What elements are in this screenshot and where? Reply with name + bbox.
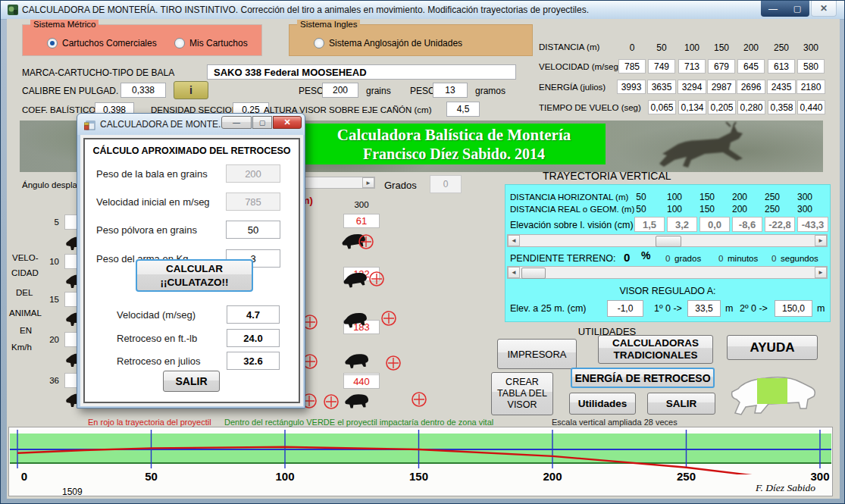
elevation-value: 0,0 [699, 217, 730, 232]
horizontal-distance-label: DISTANCIA HORIZONTAL (m) [510, 193, 628, 202]
minimize-button[interactable]: — [761, 1, 785, 17]
info-button[interactable]: i [174, 81, 208, 99]
traditional-calculators-button[interactable]: CALCULADORAS TRADICIONALES [598, 335, 713, 364]
real-dist-value: 50 [627, 204, 655, 214]
aim-point-icon [357, 233, 375, 251]
printer-button[interactable]: IMPRESORA [497, 339, 577, 369]
distance-value: 250 [768, 42, 795, 53]
first-zero-field[interactable]: 33,5 [687, 300, 721, 317]
minutes-unit: minutos [728, 254, 758, 263]
real-dist-value: 100 [661, 204, 688, 214]
distance-row-label: DISTANCIA (m) [539, 42, 599, 52]
elevation-value: 3,2 [667, 217, 697, 232]
flight-time-value: 0,280 [737, 100, 765, 114]
elevation-value: 1,5 [634, 217, 665, 232]
elevation-value: -22,8 [765, 217, 795, 232]
distance-value: 150 [708, 42, 735, 53]
dialog-minimize-button[interactable]: — [221, 116, 252, 129]
bullet-weight-grams-field[interactable]: 13 [433, 83, 468, 98]
dialog-close-button[interactable]: ✕ [273, 116, 302, 129]
scrollbar-right-arrow-icon[interactable]: ► [815, 267, 827, 278]
slope-seconds-value: 0 [771, 254, 776, 263]
first-zero-label: 1º 0 -> [654, 303, 682, 314]
angle-scrollbar[interactable]: ► [301, 177, 375, 189]
dialog-heading: CÁLCULO APROXIMADO DEL RETROCESO [83, 146, 300, 156]
real-distance-label: DISTANCIA REAL o GEOM. (m) [510, 205, 634, 214]
radio-label: Cartuchos Comerciales [62, 38, 157, 49]
aim-point-icon [410, 390, 428, 409]
window-button-group: — ▢ [761, 1, 809, 17]
application-window: CALCULADORA DE MONTERÍA. TIRO INSTINTIVO… [0, 0, 845, 504]
calculate-recoil-button[interactable]: CALCULAR ¡¡CULATAZO!! [136, 259, 253, 292]
powder-weight-field[interactable]: 50 [226, 221, 280, 239]
radio-cartuchos-comerciales[interactable]: Cartuchos Comerciales [47, 38, 157, 49]
real-dist-value: 300 [791, 204, 818, 214]
first-zero-unit: m [725, 303, 733, 314]
dialog-exit-button[interactable]: SALIR [163, 371, 220, 392]
metric-system-group: Sistema Métrico Cartuchos Comerciales Mi… [22, 24, 262, 56]
real-dist-value: 150 [693, 204, 721, 214]
lead-value: 61 [343, 214, 380, 228]
distance-value: 300 [797, 42, 825, 53]
scrollbar-right-arrow-icon[interactable]: ► [362, 177, 374, 188]
dialog-maximize-button[interactable]: ▢ [252, 116, 272, 129]
real-dist-value: 250 [759, 204, 786, 214]
flight-time-value: 0,205 [708, 100, 736, 114]
scrollbar-thumb[interactable] [521, 268, 546, 279]
caliber-field[interactable]: 0,338 [120, 83, 166, 98]
elev-25m-label: Elev. a 25 m. (cm) [510, 303, 586, 314]
close-button[interactable]: ✕ [811, 1, 837, 17]
slope-scrollbar[interactable]: ◄ ► [507, 266, 828, 279]
aim-point-icon [368, 270, 386, 288]
banner-line2: Francisco Díez Sabido. 2014 [363, 145, 545, 163]
energy-value: 3294 [678, 80, 706, 94]
energy-value: 2987 [707, 80, 736, 94]
radio-dot-icon [174, 38, 185, 49]
speed-word: Km/h [11, 343, 32, 352]
x-axis-tick-label: 250 [670, 470, 703, 483]
velocity-value: 713 [678, 59, 706, 74]
bullet-weight-grains-field[interactable]: 200 [322, 83, 358, 98]
sight-height-field[interactable]: 4,5 [446, 102, 480, 117]
distance-scrollbar[interactable]: ◄ ► [507, 234, 828, 247]
scope-zero-title: VISOR REGULADO A: [505, 286, 831, 296]
lead-value: 440 [343, 374, 380, 389]
button-label: CALCULADORAS [612, 337, 699, 349]
button-label: TABLA DEL [497, 388, 547, 399]
recoil-energy-button[interactable]: ENERGÍA DE RETROCESO [571, 368, 715, 388]
dialog-titlebar[interactable]: CALCULADORA DE MONTE... — ▢ ✕ [77, 114, 305, 135]
bullet-weight-dlg-field: 200 [226, 164, 280, 183]
speed-word: ANIMAL [9, 308, 42, 318]
velocity-value: 749 [648, 59, 675, 74]
button-label: ¡¡CULATAZO!! [160, 276, 228, 290]
energy-value: 3993 [617, 80, 646, 94]
radio-sistema-anglosajon[interactable]: Sistema Anglosajón de Unidades [314, 38, 462, 49]
energy-value: 3635 [647, 80, 676, 94]
help-button[interactable]: AYUDA [727, 335, 818, 360]
energy-value: 2435 [767, 80, 796, 94]
recoil-joules-field: 32.6 [227, 352, 280, 370]
x-axis-tick-label: 100 [268, 470, 302, 483]
boar-icon [343, 350, 371, 371]
second-zero-field[interactable]: 150,0 [775, 300, 812, 317]
elev-25m-field[interactable]: -1,0 [607, 300, 643, 317]
exit-button[interactable]: SALIR [647, 393, 715, 415]
banner-line1: Calculadora Balística de Montería [337, 126, 571, 145]
x-axis-tick-label: 0 [8, 470, 41, 483]
maximize-button[interactable]: ▢ [785, 1, 809, 17]
energy-row-label: ENERGÍA (julios) [539, 83, 606, 92]
second-zero-label: 2º 0 -> [740, 303, 768, 314]
scrollbar-left-arrow-icon[interactable]: ◄ [508, 235, 520, 246]
brand-field[interactable]: SAKO 338 Federal MOOSEHEAD [207, 64, 516, 80]
radio-mis-cartuchos[interactable]: Mis Cartuchos [174, 38, 248, 49]
recoil-velocity-label: Velocidad (m/seg) [117, 309, 196, 321]
scrollbar-right-arrow-icon[interactable]: ► [815, 235, 827, 246]
create-scope-table-button[interactable]: CREAR TABLA DEL VISOR [491, 372, 553, 415]
distance-value: 50 [648, 42, 675, 53]
second-zero-unit: m [817, 303, 825, 314]
flight-time-value: 0,134 [678, 100, 706, 114]
utilities-button[interactable]: Utilidades [569, 393, 636, 415]
velocity-value: 785 [618, 59, 646, 74]
scrollbar-left-arrow-icon[interactable]: ◄ [508, 267, 520, 278]
scrollbar-thumb[interactable] [656, 236, 681, 247]
